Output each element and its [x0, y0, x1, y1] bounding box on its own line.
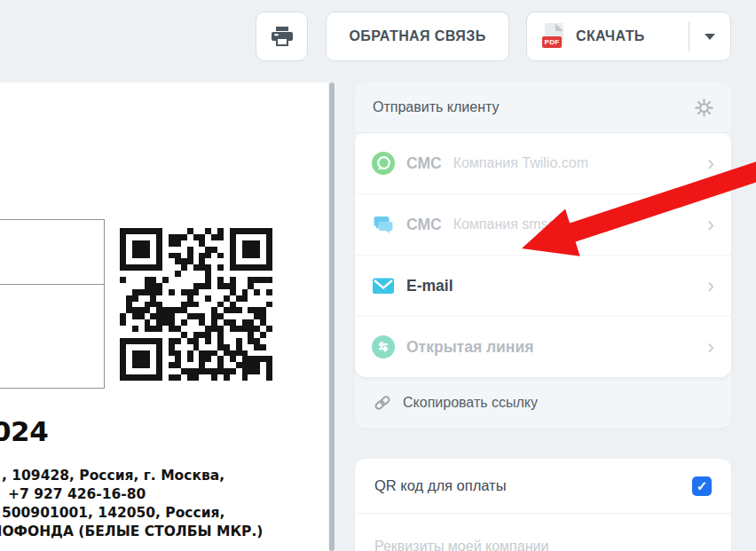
send-to-client-panel: Отправить клиенту: [355, 83, 731, 429]
open-line-icon: [372, 335, 395, 358]
document-number-fragment: 024: [0, 415, 48, 447]
channel-provider: Компания Twilio.com: [453, 155, 588, 171]
table-cell: [0, 219, 105, 285]
qr-code: [120, 228, 272, 381]
whatsapp-icon: [372, 152, 395, 175]
address-line: , 109428, Россия, г. Москва,: [2, 468, 224, 484]
channel-label: Открытая линия: [406, 338, 533, 357]
link-icon: [373, 393, 392, 413]
panel-header: Отправить клиенту: [355, 83, 731, 133]
address-line: МОФОНДА (БЕЛЫЕ СТОЛБЫ МКР.): [0, 523, 263, 539]
document-preview[interactable]: 024 , 109428, Россия, г. Москва, +7 927 …: [0, 83, 328, 551]
feedback-button[interactable]: ОБРАТНАЯ СВЯЗЬ: [326, 12, 509, 61]
address-line: 500901001, 142050, Россия,: [2, 505, 224, 521]
qr-payment-checkbox[interactable]: [692, 476, 712, 496]
panel-title: Отправить клиенту: [373, 99, 499, 115]
scrollbar-thumb[interactable]: [329, 83, 335, 551]
download-button[interactable]: PDF СКАЧАТЬ: [526, 12, 731, 61]
channel-label: E-mail: [406, 277, 453, 295]
channel-provider: Компания smseda.ru: [453, 216, 588, 232]
copy-link-label: Скопировать ссылку: [403, 395, 538, 411]
pdf-file-icon: PDF: [542, 23, 564, 50]
download-button-label: СКАЧАТЬ: [576, 28, 645, 44]
chevron-right-icon: [707, 214, 714, 235]
copy-link-button[interactable]: Скопировать ссылку: [355, 377, 731, 429]
chevron-right-icon: [707, 153, 714, 174]
email-row[interactable]: E-mail: [355, 255, 731, 316]
printer-icon: [271, 26, 294, 47]
sms-chat-icon: [372, 213, 395, 236]
chevron-right-icon: [707, 275, 714, 296]
pdf-badge: PDF: [542, 36, 562, 48]
qr-payment-card: QR код для оплаты Реквизиты моей компани…: [355, 459, 731, 551]
download-options-toggle[interactable]: [689, 12, 730, 60]
app-window: ОБРАТНАЯ СВЯЗЬ PDF СКАЧАТЬ 024 , 109428,…: [0, 0, 756, 551]
send-channels-card: СМС Компания Twilio.com СМС Компания sms…: [355, 133, 731, 377]
chevron-right-icon: [707, 336, 714, 358]
sms-provider-row[interactable]: СМС Компания smseda.ru: [355, 193, 731, 255]
qr-payment-row: QR код для оплаты: [355, 459, 731, 514]
sms-twilio-row[interactable]: СМС Компания Twilio.com: [355, 133, 731, 193]
document-scrollbar[interactable]: [328, 83, 335, 551]
gear-icon[interactable]: [695, 98, 713, 117]
email-icon: [372, 274, 395, 297]
feedback-button-label: ОБРАТНАЯ СВЯЗЬ: [349, 28, 485, 44]
open-line-row[interactable]: Открытая линия: [355, 316, 731, 377]
chevron-down-icon: [705, 34, 715, 40]
phone-line: +7 927 426-16-80: [8, 486, 146, 502]
company-requisites-row[interactable]: Реквизиты моей компании: [355, 514, 731, 551]
table-cell: [0, 284, 105, 389]
company-requisites-label: Реквизиты моей компании: [374, 539, 548, 551]
qr-payment-label: QR код для оплаты: [374, 477, 507, 494]
channel-label: СМС: [406, 216, 442, 234]
channel-label: СМС: [406, 154, 442, 173]
print-button[interactable]: [256, 12, 308, 61]
